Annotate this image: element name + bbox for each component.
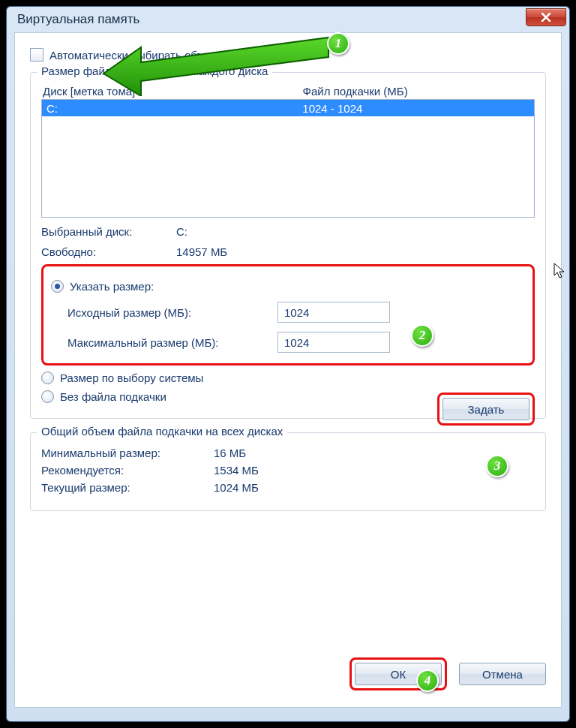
total-legend: Общий объем файла подкачки на всех диска… xyxy=(37,425,287,438)
custom-size-label: Указать размер: xyxy=(70,280,154,293)
min-size-row: Минимальный размер: 16 МБ xyxy=(41,447,535,459)
drive-list-row[interactable]: C: 1024 - 1024 xyxy=(42,100,534,116)
set-button-highlight: Задать xyxy=(437,393,535,426)
system-managed-label: Размер по выбору системы xyxy=(60,372,203,384)
cur-size-value: 1024 МБ xyxy=(214,481,259,494)
selected-drive-label: Выбранный диск: xyxy=(41,225,176,238)
custom-size-radio[interactable] xyxy=(51,280,64,293)
initial-size-input[interactable] xyxy=(278,302,390,323)
max-size-input[interactable] xyxy=(278,332,390,353)
system-managed-row: Размер по выбору системы xyxy=(41,372,535,384)
close-icon xyxy=(541,13,551,22)
drive-listbox[interactable]: C: 1024 - 1024 xyxy=(41,99,535,218)
no-pagefile-label: Без файла подкачки xyxy=(60,390,166,403)
min-size-value: 16 МБ xyxy=(214,447,246,459)
free-space-row: Свободно: 14957 МБ xyxy=(41,245,535,258)
close-button[interactable] xyxy=(526,8,566,26)
step-callout-1: 1 xyxy=(327,32,350,55)
cur-size-label: Текущий размер: xyxy=(41,481,214,494)
rec-size-label: Рекомендуется: xyxy=(41,464,214,477)
svg-marker-0 xyxy=(104,38,328,96)
step-callout-4: 4 xyxy=(416,669,439,692)
annotation-arrow xyxy=(96,29,344,96)
rec-size-row: Рекомендуется: 1534 МБ xyxy=(41,464,535,477)
custom-size-highlight: Указать размер: Исходный размер (МБ): Ма… xyxy=(41,264,535,366)
selected-drive-row: Выбранный диск: C: xyxy=(41,225,535,238)
step-callout-3: 3 xyxy=(486,455,508,477)
drive-pagefile: 1024 - 1024 xyxy=(302,102,362,115)
drive-name: C: xyxy=(46,102,302,115)
no-pagefile-radio[interactable] xyxy=(41,390,54,403)
cursor-icon xyxy=(554,263,566,279)
max-size-row: Максимальный размер (МБ): xyxy=(68,332,522,353)
set-button[interactable]: Задать xyxy=(442,398,530,420)
selected-drive-value: C: xyxy=(176,225,188,238)
free-space-label: Свободно: xyxy=(41,245,176,258)
min-size-label: Минимальный размер: xyxy=(41,447,214,459)
drive-size-group: Размер файла подкачки для каждого диска … xyxy=(30,72,546,419)
cancel-button[interactable]: Отмена xyxy=(459,663,546,685)
initial-size-label: Исходный размер (МБ): xyxy=(68,306,278,319)
custom-size-radio-row: Указать размер: xyxy=(51,280,522,293)
dialog-buttons: ОК Отмена xyxy=(350,657,546,690)
window-title: Виртуальная память xyxy=(17,12,140,27)
cur-size-row: Текущий размер: 1024 МБ xyxy=(41,481,535,494)
step-callout-2: 2 xyxy=(411,324,434,347)
dialog-content: Автоматически выбирать объем файла подка… xyxy=(14,32,562,708)
virtual-memory-dialog: Виртуальная память Автоматически выбират… xyxy=(6,6,570,722)
rec-size-value: 1534 МБ xyxy=(214,464,259,477)
free-space-value: 14957 МБ xyxy=(176,245,227,258)
system-managed-radio[interactable] xyxy=(41,372,54,384)
size-options-row: Размер по выбору системы Без файла подка… xyxy=(41,372,535,403)
auto-manage-checkbox[interactable] xyxy=(30,48,44,62)
total-group: Общий объем файла подкачки на всех диска… xyxy=(30,432,546,511)
max-size-label: Максимальный размер (МБ): xyxy=(68,336,278,349)
initial-size-row: Исходный размер (МБ): xyxy=(68,302,522,323)
